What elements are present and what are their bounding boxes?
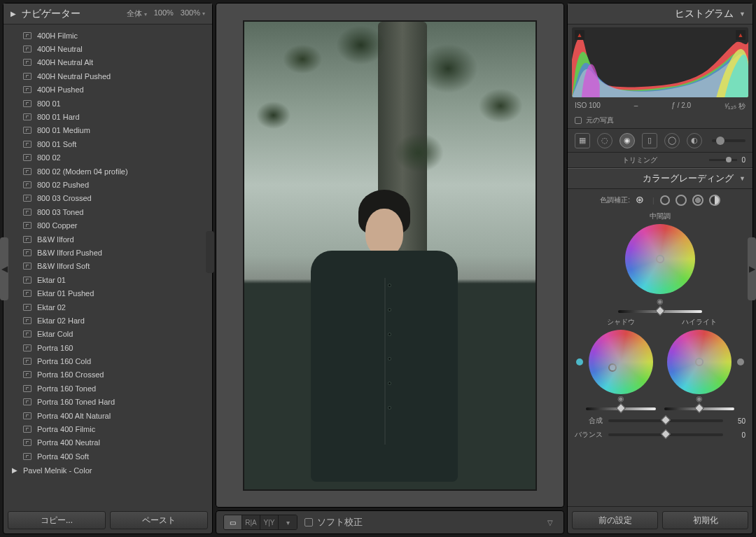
preset-item[interactable]: 800 02 (Modern 04 profile)	[23, 165, 212, 178]
highlight-wheel[interactable]	[667, 330, 732, 394]
chevron-down-icon[interactable]: ▼	[739, 11, 746, 18]
preset-item[interactable]: Portra 160 Toned Hard	[23, 396, 212, 409]
paste-button[interactable]: ペースト	[110, 511, 208, 529]
preset-item[interactable]: Ektar Cold	[23, 328, 212, 341]
copy-button[interactable]: コピー...	[8, 511, 106, 529]
brush-tool[interactable]: ◐	[687, 133, 702, 148]
preset-icon	[23, 236, 31, 243]
clip-highlight-icon[interactable]: ▲	[736, 30, 746, 40]
midtone-luminance-slider[interactable]	[618, 310, 702, 313]
mode-shadow-icon[interactable]	[660, 195, 670, 205]
preset-item[interactable]: Portra 400 Alt Natural	[23, 409, 212, 422]
softproof-checkbox[interactable]	[304, 518, 313, 526]
preset-item[interactable]: Portra 160 Cold	[23, 354, 212, 368]
preset-item[interactable]: Ektar 02 Hard	[23, 314, 212, 327]
preset-folder[interactable]: ▶Pavel Melnik - Color	[12, 463, 212, 477]
mode-global-icon[interactable]	[709, 195, 720, 206]
original-label: 元の写真	[586, 116, 614, 125]
crop-tool[interactable]: ▦	[575, 133, 590, 148]
view-mode-drop[interactable]: ▾	[279, 515, 297, 529]
preset-item[interactable]: Portra 160	[23, 341, 212, 354]
preset-item[interactable]: 400H Neutral Pushed	[23, 69, 212, 83]
preset-list[interactable]: 400H Filmic400H Neutral400H Neutral Alt4…	[4, 25, 212, 507]
mode-midtone-icon[interactable]	[676, 195, 687, 206]
previous-settings-button[interactable]: 前の設定	[572, 511, 658, 529]
chevron-down-icon[interactable]: ▼	[739, 175, 746, 182]
preset-item[interactable]: 800 01 Soft	[23, 137, 212, 151]
preset-item[interactable]: 800 Copper	[23, 218, 212, 232]
shadow-wheel[interactable]	[589, 330, 653, 394]
preset-item[interactable]: 400H Neutral	[23, 42, 212, 55]
highlight-sat-handle[interactable]	[737, 358, 744, 365]
left-panel-resize-handle[interactable]	[206, 231, 214, 273]
preset-item[interactable]: B&W Ilford	[23, 232, 212, 246]
preset-item[interactable]: Ektar 02	[23, 300, 212, 314]
view-mode-selector[interactable]: ▭ R|A Y|Y ▾	[223, 515, 298, 530]
preset-item[interactable]: B&W Ilford Pushed	[23, 246, 212, 259]
toolbar-overflow[interactable]: ▽	[544, 516, 556, 529]
zoom-fit[interactable]: 全体 ▾	[127, 8, 147, 19]
reset-button[interactable]: 初期化	[662, 511, 748, 529]
shadow-luminance-slider[interactable]	[586, 407, 656, 410]
view-mode-single[interactable]: ▭	[224, 515, 242, 529]
midtone-marker[interactable]	[656, 255, 664, 263]
gradient-tool[interactable]: ▯	[642, 133, 657, 148]
shadow-marker[interactable]	[608, 363, 617, 372]
balance-slider[interactable]	[608, 433, 723, 436]
color-grading-header[interactable]: カラーグレーディング ▼	[568, 168, 752, 189]
radial-tool[interactable]: ◯	[664, 133, 680, 148]
mode-3way-icon[interactable]: ⊛	[636, 195, 647, 206]
preset-item[interactable]: Ektar 01	[23, 273, 212, 286]
redeye-tool[interactable]: ◉	[620, 133, 635, 148]
preset-item[interactable]: 800 02	[23, 151, 212, 165]
clip-shadow-icon[interactable]: ▲	[575, 30, 584, 40]
midtone-wheel[interactable]	[625, 224, 695, 294]
midtone-visibility-icon[interactable]: ◉	[575, 297, 746, 306]
view-mode-ra[interactable]: R|A	[242, 515, 260, 529]
mode-highlight-icon[interactable]	[692, 195, 704, 206]
preset-item[interactable]: B&W Ilford Soft	[23, 260, 212, 273]
navigator-header[interactable]: ▶ ナビゲーター 全体 ▾ 100% 300% ▾	[4, 4, 212, 25]
preset-item[interactable]: 800 03 Crossed	[23, 192, 212, 205]
highlight-marker[interactable]	[695, 358, 704, 366]
navigator-collapse-icon[interactable]: ▶	[10, 10, 16, 18]
preset-item[interactable]: 800 02 Pushed	[23, 178, 212, 191]
trim-slider-row[interactable]: トリミング 0	[568, 153, 752, 168]
preset-item[interactable]: Portra 400 Neutral	[23, 436, 212, 449]
right-edge-handle[interactable]: ▶	[748, 237, 756, 300]
softproof-toggle[interactable]: ソフト校正	[304, 516, 363, 529]
preset-item[interactable]: 400H Neutral Alt	[23, 56, 212, 69]
preset-label: B&W Ilford	[37, 235, 74, 244]
histogram-header[interactable]: ヒストグラム ▼	[568, 4, 752, 25]
view-mode-yy[interactable]: Y|Y	[260, 515, 279, 529]
zoom-100[interactable]: 100%	[154, 8, 174, 19]
image-canvas[interactable]	[216, 3, 564, 508]
histogram-graph[interactable]: ▲ ▲	[572, 27, 748, 97]
preset-item[interactable]: 800 03 Toned	[23, 205, 212, 218]
preset-item[interactable]: Portra 400 Filmic	[23, 422, 212, 435]
blend-slider[interactable]	[608, 419, 723, 422]
tool-amount-slider[interactable]	[712, 139, 746, 142]
preset-item[interactable]: 400H Filmic	[23, 29, 212, 42]
highlight-luminance-slider[interactable]	[664, 407, 734, 410]
preset-item[interactable]: 800 01	[23, 97, 212, 110]
preset-label: Ektar 01 Pushed	[37, 289, 94, 298]
preset-item[interactable]: Portra 160 Toned	[23, 382, 212, 395]
shadow-sat-handle[interactable]	[576, 358, 583, 365]
original-photo-toggle[interactable]: 元の写真	[568, 113, 752, 129]
preset-icon	[23, 277, 31, 284]
preset-item[interactable]: Ektar 01 Pushed	[23, 286, 212, 300]
zoom-300[interactable]: 300% ▾	[181, 8, 205, 19]
original-checkbox[interactable]	[575, 117, 582, 124]
preset-item[interactable]: Portra 160 Crossed	[23, 368, 212, 382]
shadow-visibility-icon[interactable]: ◉	[617, 394, 624, 403]
folder-collapse-icon[interactable]: ▶	[12, 466, 18, 474]
preset-item[interactable]: 800 01 Hard	[23, 110, 212, 123]
spot-tool[interactable]: ◌	[597, 133, 612, 148]
preset-icon	[23, 317, 31, 324]
preset-item[interactable]: Portra 400 Soft	[23, 449, 212, 463]
highlight-visibility-icon[interactable]: ◉	[696, 394, 703, 403]
preset-item[interactable]: 800 01 Medium	[23, 124, 212, 137]
preset-item[interactable]: 400H Pushed	[23, 83, 212, 97]
left-edge-handle[interactable]: ◀	[0, 237, 8, 300]
